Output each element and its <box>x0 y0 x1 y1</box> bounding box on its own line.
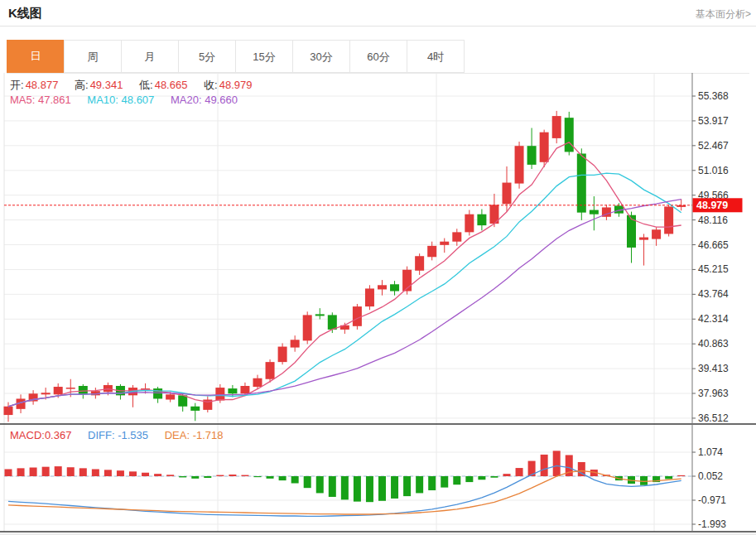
candle-body <box>228 388 237 393</box>
page-header: K线图 基本面分析> <box>0 0 756 27</box>
macd-bar <box>428 476 436 490</box>
candle-body <box>565 118 574 152</box>
tab-30分[interactable]: 30分 <box>292 40 350 73</box>
candle-body <box>303 315 312 340</box>
candle-body <box>664 206 673 234</box>
macd-bar <box>267 476 274 479</box>
ma20-label: MA20: <box>171 94 202 106</box>
candle-body <box>415 256 424 271</box>
low-label: 低: <box>139 79 153 91</box>
candle-body <box>540 133 549 162</box>
candle-body <box>240 386 249 393</box>
macd-bar <box>5 469 12 476</box>
ma20-value: 49.660 <box>205 94 238 106</box>
macd-bar <box>154 474 161 476</box>
candle-body <box>266 362 275 379</box>
macd-legend: MACD:0.367 DIFF: -1.535 DEA: -1.718 <box>10 429 237 441</box>
period-tab-bar: 日周月5分15分30分60分4时 <box>7 40 749 74</box>
macd-bar <box>416 476 423 493</box>
diff-value: -1.535 <box>118 429 148 441</box>
ohlc-legend: 开:48.877 高:49.341 低:48.665 收:48.979 <box>10 78 265 93</box>
tab-日[interactable]: 日 <box>7 40 65 73</box>
candle-body <box>166 394 175 399</box>
macd-bar <box>79 468 87 476</box>
candle-body <box>378 285 387 289</box>
axis-tick-label: 1.074 <box>698 446 723 458</box>
macd-bar <box>329 476 336 497</box>
axis-tick-label: 36.512 <box>698 412 729 424</box>
candle-body <box>178 395 187 406</box>
macd-bar <box>30 468 37 476</box>
macd-bar <box>441 476 448 488</box>
macd-label: MACD: <box>10 429 45 441</box>
axis-tick-label: 37.963 <box>698 388 729 399</box>
fundamental-analysis-link[interactable]: 基本面分析> <box>696 7 751 22</box>
tab-5分[interactable]: 5分 <box>178 40 236 73</box>
candle-body <box>54 387 63 394</box>
high-value: 49.341 <box>90 79 123 91</box>
macd-bar <box>453 476 460 484</box>
macd-bar <box>316 476 324 493</box>
tab-周[interactable]: 周 <box>64 40 122 73</box>
candle-body <box>66 388 75 389</box>
macd-bar <box>516 468 523 476</box>
macd-bar <box>279 476 287 480</box>
macd-bar <box>553 451 561 476</box>
macd-bar <box>291 476 299 484</box>
macd-bar <box>216 475 224 476</box>
macd-bar <box>129 471 137 476</box>
candle-body <box>527 146 537 165</box>
macd-bar <box>541 455 548 476</box>
tab-15分[interactable]: 15分 <box>235 40 293 73</box>
macd-bar <box>378 476 386 501</box>
tab-4时[interactable]: 4时 <box>407 40 465 73</box>
ma-legend: MA5: 47.861 MA10: 48.607 MA20: 49.660 <box>10 94 251 106</box>
candle-body <box>503 183 512 205</box>
kline-page: K线图 基本面分析> 日周月5分15分30分60分4时 开:48.877 高:4… <box>0 0 756 535</box>
macd-bar <box>503 474 511 476</box>
tab-60分[interactable]: 60分 <box>349 40 407 73</box>
high-label: 高: <box>75 79 89 91</box>
page-title: K线图 <box>8 6 42 22</box>
axis-tick-label: 46.665 <box>698 239 729 251</box>
macd-bar <box>55 466 62 476</box>
candle-body <box>452 232 461 241</box>
macd-bar <box>354 476 361 502</box>
candle-body <box>353 306 362 326</box>
macd-bar <box>104 470 112 476</box>
axis-tick-label: -0.971 <box>698 494 726 506</box>
current-price-badge-text: 48.979 <box>696 200 728 211</box>
candle-body <box>278 347 287 363</box>
kline-chart-svg: 55.36853.91752.46751.01649.56648.11646.6… <box>0 73 756 535</box>
candle-body <box>190 407 200 411</box>
macd-bar <box>366 476 373 502</box>
axis-tick-label: 51.016 <box>698 165 729 176</box>
candle-body <box>465 214 474 233</box>
macd-bar <box>117 470 124 476</box>
macd-bar <box>142 473 149 476</box>
axis-tick-label: 45.215 <box>698 263 729 275</box>
open-label: 开: <box>10 79 24 91</box>
macd-bar <box>403 476 411 496</box>
macd-bar <box>391 476 398 499</box>
axis-tick-label: -1.993 <box>698 518 726 530</box>
macd-bar <box>92 469 99 476</box>
ma5-value: 47.861 <box>38 94 71 106</box>
macd-bar <box>254 476 262 477</box>
candle-body <box>365 288 374 306</box>
tab-月[interactable]: 月 <box>121 40 179 73</box>
candle-body <box>253 378 262 387</box>
candle-body <box>652 229 661 239</box>
macd-bar <box>166 475 174 476</box>
macd-bar <box>67 467 75 476</box>
candle-body <box>79 386 88 394</box>
candle-body <box>427 246 436 257</box>
candle-body <box>552 116 561 138</box>
macd-bar <box>640 476 648 485</box>
macd-bar <box>241 475 248 476</box>
macd-bar <box>490 476 498 478</box>
ma5-label: MA5: <box>10 94 35 106</box>
ma10-label: MA10: <box>87 94 118 106</box>
candle-body <box>153 388 162 398</box>
diff-label: DIFF: <box>88 429 115 441</box>
